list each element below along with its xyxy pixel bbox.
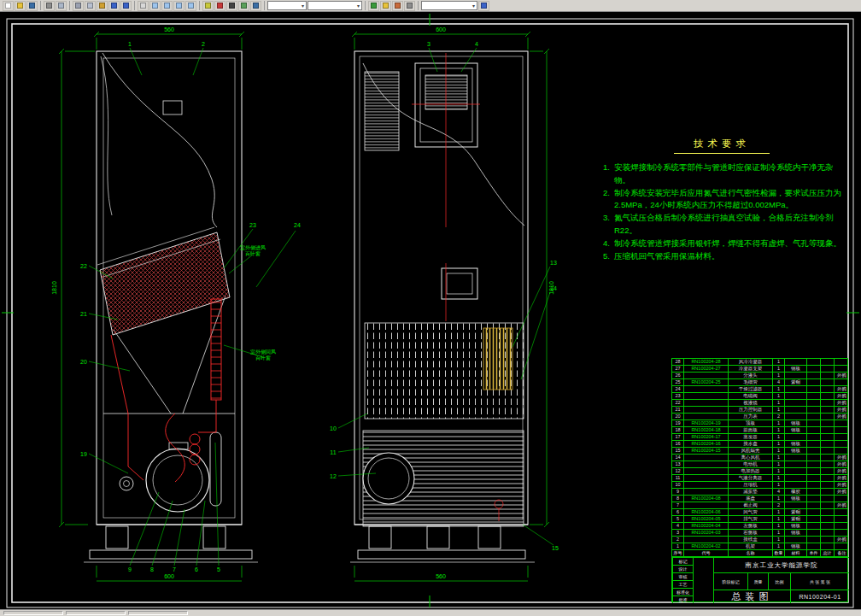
bom-cell-qty: 1: [773, 516, 785, 522]
redo-button[interactable]: [120, 1, 132, 11]
bom-cell-qty: 1: [773, 543, 785, 549]
part-callout-number: 6: [195, 566, 198, 572]
new-icon: [5, 3, 11, 9]
part-callout-number: 24: [294, 222, 301, 228]
dim-style-button[interactable]: [238, 1, 249, 11]
bom-row: 8RN100204-08底盘1钢板: [672, 496, 847, 502]
tb-label-mass: 质量: [747, 572, 768, 590]
bom-cell-code: [684, 386, 729, 392]
help-icon: [481, 3, 487, 9]
bom-cell-no: 4: [672, 523, 684, 529]
bom-cell-t: [821, 448, 835, 454]
bom-cell-mat: 紫铜: [785, 509, 807, 515]
bom-cell-mat: [785, 386, 807, 392]
bom-cell-no: 7: [672, 502, 684, 508]
part-callout-number: 7: [173, 566, 176, 572]
print-preview-button[interactable]: [56, 1, 67, 11]
bom-row: 27RN100204-27冷凝器支架1钢板: [672, 366, 847, 373]
bom-cell-qty: 1: [773, 400, 785, 406]
zoom-extents-button[interactable]: [185, 1, 196, 11]
bom-cell-u: [807, 537, 821, 543]
bom-cell-name: 接线盒: [729, 537, 773, 543]
bom-cell-name: 视液镜: [729, 400, 773, 406]
techreq-items: 1.安装焊接制冷系统零部件与管道时应保证制冷系统内干净无杂物。2.制冷系统安装完…: [600, 161, 844, 262]
undo-button[interactable]: [108, 1, 120, 11]
bom-row: 23电磁阀1外购: [672, 393, 847, 400]
bom-cell-name: 前面板: [729, 427, 773, 433]
bom-cell-name: 分液头: [729, 373, 773, 378]
match-properties-button[interactable]: [380, 1, 391, 11]
bom-cell-name: 接水盘: [729, 441, 773, 447]
bom-cell-name: 电加热器: [729, 468, 773, 474]
techreq-item: 1.安装焊接制冷系统零部件与管道时应保证制冷系统内干净无杂物。: [600, 161, 844, 186]
bom-cell-mat: [785, 400, 807, 406]
tb-label-scale: 比例: [768, 572, 790, 590]
bom-row: 22视液镜1外购: [672, 400, 847, 407]
bom-cell-mat: 钢板: [785, 496, 807, 502]
distance-button[interactable]: [392, 1, 403, 11]
paste-button[interactable]: [97, 1, 108, 11]
text-style-icon: [229, 3, 235, 9]
bom-cell-t: [821, 386, 835, 392]
layer-color-button[interactable]: [214, 1, 226, 11]
bom-cell-name: 干燥过滤器: [729, 386, 773, 392]
bom-cell-name: 回气管: [729, 509, 773, 515]
properties-button[interactable]: [368, 1, 379, 11]
bom-cell-qty: 1: [773, 420, 785, 426]
drawing-canvas[interactable]: 122221201998765232434101112131415 560600…: [0, 12, 861, 609]
pan-button[interactable]: [138, 1, 149, 11]
bom-cell-code: RN100204-05: [684, 516, 729, 522]
save-button[interactable]: [26, 1, 38, 11]
bom-cell-code: [684, 461, 729, 467]
bom-cell-code: [684, 373, 729, 378]
zoom-window-icon: [164, 3, 170, 9]
bom-cell-mat: 钢板: [785, 530, 807, 536]
print-button[interactable]: [44, 1, 55, 11]
bom-cell-u: [807, 386, 821, 392]
bom-cell-no: 26: [672, 373, 684, 378]
part-callout-number: 20: [80, 359, 87, 365]
bom-cell-note: 外购: [835, 407, 849, 413]
cut-button[interactable]: [73, 1, 84, 11]
techreq-item-text: 氮气试压合格后制冷系统进行抽真空试验，合格后充注制冷剂R22。: [614, 212, 844, 237]
color-control[interactable]: ▾: [267, 1, 307, 10]
bom-cell-t: [821, 509, 835, 515]
bom-cell-note: [835, 509, 849, 515]
toolbar-separator: [264, 1, 265, 10]
area-icon: [407, 3, 413, 9]
copy-button[interactable]: [85, 1, 96, 11]
bom-table: 28RN100204-28风冷冷凝器127RN100204-27冷凝器支架1钢板…: [671, 358, 848, 557]
bom-row: 28RN100204-28风冷冷凝器1: [672, 359, 847, 366]
zoom-realtime-button[interactable]: [149, 1, 161, 11]
bom-cell-u: [807, 502, 821, 508]
bom-cell-t: [821, 537, 835, 543]
zoom-previous-button[interactable]: [173, 1, 184, 11]
open-button[interactable]: [15, 1, 26, 11]
bom-row: 9减振垫4橡胶外购: [672, 489, 847, 496]
help-button[interactable]: [478, 1, 489, 11]
techreq-item-text: 安装焊接制冷系统零部件与管道时应保证制冷系统内干净无杂物。: [614, 161, 844, 186]
bom-cell-note: [835, 496, 849, 502]
style-control[interactable]: ▾: [421, 1, 477, 10]
layers-button[interactable]: [202, 1, 214, 11]
combo-arrow-icon: ▾: [472, 3, 475, 9]
bom-cell-t: [821, 543, 835, 549]
tb-label-approve: 批准: [672, 595, 693, 603]
bom-cell-no: 19: [672, 420, 684, 426]
zoom-window-button[interactable]: [161, 1, 173, 11]
annotation-notes: 室外侧进风百叶窗室外侧回风百叶窗: [240, 244, 276, 361]
bom-cell-name: 毛细管: [729, 379, 773, 385]
bom-cell-code: [684, 502, 729, 508]
bom-cell-t: [821, 359, 835, 365]
techreq-item: 2.制冷系统安装完毕后应用氮气进行气密性检漏，要求试压压力为2.5MPa，24小…: [600, 187, 844, 212]
bom-cell-qty: 1: [773, 366, 785, 372]
text-style-button[interactable]: [226, 1, 237, 11]
bom-cell-no: 21: [672, 407, 684, 413]
table-style-button[interactable]: [250, 1, 261, 11]
linetype-control[interactable]: ▾: [308, 1, 362, 10]
bom-row: 3RN100204-03右侧板1钢板: [672, 530, 847, 537]
new-button[interactable]: [3, 1, 14, 11]
save-icon: [29, 3, 35, 9]
tb-label-process: 工艺: [672, 580, 693, 588]
area-button[interactable]: [404, 1, 415, 11]
